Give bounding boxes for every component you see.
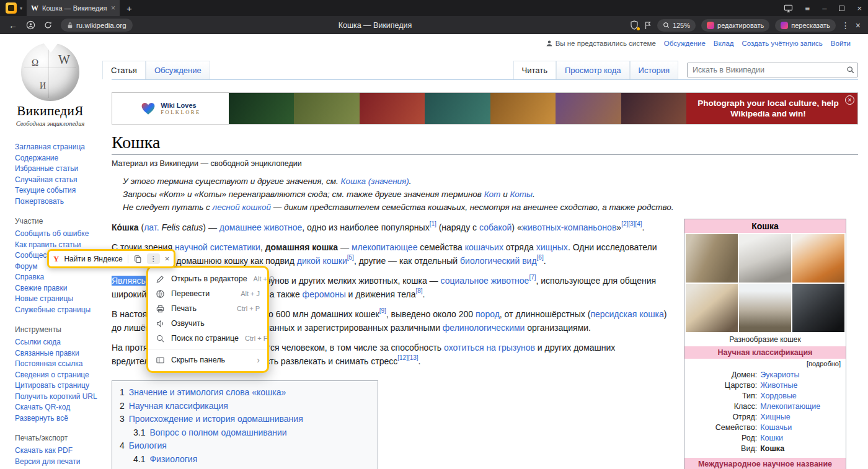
address-bar[interactable]: ru.wikipedia.org — [61, 19, 133, 32]
page-tab[interactable]: Обсуждение — [146, 61, 210, 79]
close-button[interactable]: × — [857, 4, 862, 13]
details-link[interactable]: [подробно] — [684, 359, 846, 369]
popup-close-icon[interactable]: × — [165, 254, 170, 263]
sidebar-link[interactable]: Постоянная ссылка — [15, 359, 98, 370]
sidebar-link[interactable]: Получить короткий URL — [15, 392, 98, 403]
reference-link[interactable]: [1] — [430, 221, 436, 227]
personal-link[interactable]: Создать учётную запись — [742, 40, 823, 47]
reference-link[interactable]: [8] — [415, 287, 422, 294]
reference-link[interactable]: [9] — [379, 307, 386, 314]
wiki-link[interactable]: пород — [476, 309, 500, 319]
reference-link[interactable]: [12][13] — [397, 354, 418, 361]
view-tab[interactable]: История — [630, 61, 678, 79]
wiki-link[interactable]: феромоны — [303, 289, 346, 299]
menu-item[interactable]: Озвучить — [148, 316, 267, 331]
wiki-link[interactable]: собакой — [479, 222, 512, 232]
classification-header[interactable]: Научная классификация — [684, 346, 846, 359]
taxonomy-value[interactable]: Кошачьи — [760, 423, 792, 433]
browser-app-icon[interactable] — [6, 2, 17, 14]
menu-item[interactable]: ПечатьCtrl + P — [148, 301, 267, 316]
toc-link[interactable]: Анатомия — [149, 466, 189, 469]
minimize-button[interactable]: – — [822, 4, 826, 13]
sidebar-link[interactable]: Сведения о странице — [15, 370, 98, 381]
protect-icon[interactable] — [630, 20, 639, 30]
wiki-link[interactable]: кошачьих — [465, 242, 503, 252]
toc-item[interactable]: 4Биология — [120, 439, 366, 453]
sidebar-link[interactable]: Избранные статьи — [15, 164, 98, 175]
view-tab[interactable]: Просмотр кода — [556, 61, 630, 79]
taxonomy-value[interactable]: Эукариоты — [760, 370, 799, 380]
taxonomy-value[interactable]: Хордовые — [760, 391, 797, 401]
personal-link[interactable]: Обсуждение — [664, 40, 706, 47]
maximize-button[interactable] — [839, 6, 844, 11]
banner-close-icon[interactable]: × — [845, 95, 854, 105]
wiki-link[interactable]: Коты — [510, 190, 533, 199]
toc-item[interactable]: 3.1Вопрос о полном одомашнивании — [120, 426, 366, 440]
search-icon[interactable] — [846, 66, 854, 74]
wiki-link[interactable]: млекопитающее — [352, 242, 418, 252]
sidebar-link[interactable]: Цитировать страницу — [15, 380, 98, 392]
sidebar-link[interactable]: Заглавная страница — [15, 142, 98, 153]
toc-link[interactable]: Происхождение и история одомашнивания — [129, 413, 303, 426]
tab-close-icon[interactable]: × — [111, 4, 115, 12]
navbar-close-icon[interactable]: × — [856, 20, 861, 30]
taxonomy-value[interactable]: Кошки — [760, 433, 783, 444]
sidebar-link[interactable]: Справка — [15, 272, 98, 283]
copy-icon[interactable] — [133, 255, 142, 263]
sidebar-link[interactable]: Служебные страницы — [15, 305, 98, 316]
more-icon[interactable]: ⋮ — [841, 20, 850, 30]
wiki-link[interactable]: социальное животное — [441, 276, 529, 286]
sidebar-link[interactable]: Содержание — [15, 153, 98, 164]
zoom-indicator[interactable]: 125% — [657, 19, 696, 32]
wiki-link[interactable]: дикой кошки — [297, 256, 347, 266]
menu-icon[interactable]: ≡ — [805, 4, 810, 13]
sidebar-link[interactable]: Связанные правки — [15, 348, 98, 359]
sidebar-link[interactable]: Случайная статья — [15, 175, 98, 186]
wikipedia-logo[interactable]: Ω W И — [21, 43, 79, 101]
sidebar-link[interactable]: Скачать как PDF — [15, 445, 98, 457]
menu-item[interactable]: Открыть в редактореAlt + O — [148, 271, 267, 286]
user-status[interactable]: Вы не представились системе — [546, 40, 656, 47]
personal-link[interactable]: Вклад — [714, 40, 734, 47]
wiki-link[interactable]: лесной кошкой — [213, 203, 271, 212]
personal-link[interactable]: Войти — [831, 40, 851, 47]
toc-item[interactable]: 2Научная классификация — [120, 400, 366, 413]
devices-icon[interactable] — [784, 4, 793, 12]
sidebar-link[interactable]: Версия для печати — [15, 457, 98, 468]
wiki-link[interactable]: биологический вид — [460, 256, 537, 266]
toc-item[interactable]: 1Значение и этимология слова «кошка» — [120, 386, 366, 400]
tab-list-chevron-icon[interactable]: ▾ — [20, 6, 22, 11]
wiki-link[interactable]: Кошка (значения) — [341, 177, 409, 186]
reload-icon[interactable] — [44, 21, 52, 29]
sidebar-link[interactable]: Ссылки сюда — [15, 337, 98, 348]
wiki-link[interactable]: научной систематики — [175, 242, 260, 252]
reference-link[interactable]: [6] — [537, 254, 544, 261]
search-input[interactable] — [687, 63, 858, 77]
taxonomy-value[interactable]: Животные — [760, 380, 797, 391]
retell-button[interactable]: пересказать — [775, 19, 836, 32]
reference-link[interactable]: [2][3][4] — [621, 221, 642, 227]
wiki-link[interactable]: персидская кошка — [590, 309, 663, 319]
taxonomy-value[interactable]: Хищные — [760, 412, 790, 423]
sidebar-link[interactable]: Развернуть всё — [15, 413, 98, 424]
wikipedia-wordmark[interactable]: ВикипедиЯ — [0, 103, 100, 119]
menu-item-hide-panel[interactable]: Скрыть панель › — [148, 353, 267, 367]
toc-item[interactable]: 4.1Физиология — [120, 453, 366, 467]
sidebar-link[interactable]: Сообщить об ошибке — [15, 229, 98, 240]
wiki-link[interactable]: животных-компаньонов — [522, 222, 617, 232]
wiki-link[interactable]: Кот — [484, 190, 501, 199]
bookmark-icon[interactable] — [644, 21, 652, 30]
toc-link[interactable]: Физиология — [149, 453, 197, 467]
popup-more-icon[interactable]: ⋮ — [147, 253, 160, 264]
fundraising-banner[interactable]: Wiki Loves FOLKLORE Photograph your loca… — [112, 92, 858, 125]
wiki-link[interactable]: лат. — [144, 222, 159, 232]
toc-link[interactable]: Биология — [129, 439, 167, 453]
profile-icon[interactable] — [26, 20, 35, 30]
toc-link[interactable]: Вопрос о полном одомашнивании — [149, 426, 286, 440]
page-tab[interactable]: Статья — [102, 61, 146, 79]
wiki-link[interactable]: фелинологическими — [443, 323, 525, 333]
sidebar-link[interactable]: Текущие события — [15, 185, 98, 196]
view-tab[interactable]: Читать — [513, 61, 556, 79]
toc-item[interactable]: 4.2Анатомия — [120, 466, 366, 469]
menu-item[interactable]: ПеревестиAlt + J — [148, 286, 267, 301]
